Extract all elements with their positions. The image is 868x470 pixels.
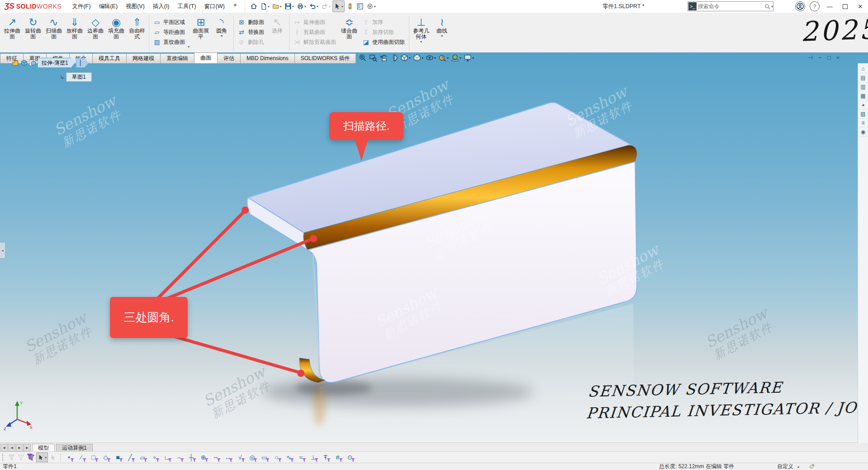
knit-surface-button[interactable]: ≎ 缝合曲面 [339, 14, 360, 53]
save-button[interactable]: ▾ [284, 1, 295, 12]
previous-view-icon[interactable] [379, 53, 388, 62]
menu-view[interactable]: 视图(V) [122, 0, 149, 13]
doc-minimize-icon[interactable]: − [818, 53, 822, 62]
filter-sketch-segments[interactable]: ⌢ [173, 453, 185, 462]
filter-sketches[interactable]: ∟ [161, 453, 173, 462]
filled-surface-button[interactable]: ◉ 填充曲面 [106, 14, 127, 53]
filter-connection-points[interactable]: ⊙ [344, 453, 356, 462]
swept-surface-button[interactable]: ∿ 扫描曲面 [43, 14, 64, 53]
tab-solidworks-addins[interactable]: SOLIDWORKS 插件 [294, 53, 356, 63]
filter-weld-symbols[interactable]: ∿ [283, 453, 295, 462]
filter-cosmetic-threads[interactable]: Ŧ [319, 453, 332, 462]
toolbar-grip[interactable] [2, 454, 5, 461]
pin-menu-icon[interactable] [232, 2, 237, 10]
tab-mesh-modeling[interactable]: 网格建模 [126, 53, 161, 63]
lofted-surface-button[interactable]: ⇓ 放样曲面 [64, 14, 85, 53]
new-document-button[interactable]: ▾ [259, 1, 270, 12]
filter-sketch-points[interactable]: ∘ [148, 453, 161, 462]
thicken-button[interactable]: ⇧ 加厚 [360, 17, 408, 27]
breadcrumb-sketch[interactable]: 草图1 [66, 72, 92, 82]
display-states-button[interactable] [356, 1, 365, 12]
extruded-surface-button[interactable]: ↗ 拉伸曲面 [2, 14, 23, 53]
toggle-selection-filters-icon[interactable] [26, 453, 35, 462]
filter-edges[interactable]: ∕ [75, 453, 87, 462]
options-gear-button[interactable]: ▾ [365, 1, 377, 12]
taskpane-custom-properties-icon[interactable]: ≡ [859, 118, 868, 127]
cut-with-surface-button[interactable]: ◪ 使用曲面切除 [360, 37, 408, 47]
taskpane-scenes-icon[interactable]: ▧ [859, 109, 868, 118]
untrim-surface-button[interactable]: ⋊ 解除剪裁曲面 [291, 37, 339, 47]
taskpane-view-palette-icon[interactable]: ▦ [859, 91, 868, 100]
menu-edit[interactable]: 编辑(E) [95, 0, 122, 13]
filter-axes[interactable]: ╱ [124, 453, 136, 462]
filter-surface-finish-symbols[interactable]: √ [234, 453, 246, 462]
filter-surface-bodies[interactable]: ◇ [100, 453, 112, 462]
help-button[interactable]: ? [810, 1, 820, 11]
print-button[interactable]: ▾ [296, 1, 307, 12]
filter-midpoints[interactable]: ┼ [185, 453, 197, 462]
menu-file[interactable]: 文件(F) [68, 0, 95, 13]
hide-show-items-icon[interactable]: ▾ [425, 53, 436, 62]
status-custom-caret[interactable]: ▴ [797, 463, 799, 470]
tab-evaluate[interactable]: 评估 [217, 53, 241, 63]
filter-weld-beads[interactable]: ≈ [295, 453, 307, 462]
filter-center-marks[interactable]: ⊕ [197, 453, 209, 462]
doc-close-icon[interactable]: × [836, 53, 840, 62]
graphics-area[interactable]: Y Z X Senshow新思诺软件 Senshow新思诺软件 Senshow新… [0, 52, 868, 443]
breadcrumb-feature[interactable]: 拉伸-薄壁1 [38, 58, 75, 68]
doc-restore-icon[interactable]: □ [827, 53, 831, 62]
taskpane-appearances-icon[interactable]: ◕ [859, 100, 868, 109]
fillet-button[interactable]: ◝ 圆角 ▾ [211, 14, 232, 53]
select-cursor-button[interactable]: ▾ [36, 452, 48, 462]
close-button[interactable]: ✕ [853, 0, 868, 13]
clear-filter-icon[interactable] [7, 453, 16, 462]
performance-evaluation-button[interactable] [346, 1, 355, 12]
ruled-surface-caret[interactable]: ▾ [188, 45, 190, 49]
feature-icon[interactable] [29, 59, 37, 67]
filter-vertices[interactable]: • [63, 453, 75, 462]
tab-motion-study-1[interactable]: 运动算例1 [56, 444, 93, 451]
search-icon[interactable] [764, 3, 771, 10]
curves-button[interactable]: ≀ 曲线 ▾ [432, 14, 452, 53]
tab-mold-tools[interactable]: 模具工具 [92, 53, 127, 63]
apply-scene-icon[interactable]: ▾ [451, 53, 462, 62]
minimize-button[interactable]: — [822, 0, 837, 13]
tab-scroll-last-button[interactable]: ▶ [24, 444, 31, 451]
menu-window[interactable]: 窗口(W) [200, 0, 229, 13]
undo-button[interactable]: ▾ [308, 1, 319, 12]
taskpane-forum-icon[interactable]: ◉ [859, 127, 868, 136]
menu-insert[interactable]: 插入(I) [149, 0, 174, 13]
redo-button[interactable]: ▾ [320, 1, 332, 12]
filter-balloons[interactable]: ○ [270, 453, 283, 462]
delete-hole-button[interactable]: ⊘ 删除孔 [235, 37, 267, 47]
home-button[interactable] [249, 1, 258, 12]
tab-scroll-prev-button[interactable]: ◀ [8, 444, 15, 451]
thickened-cut-button[interactable]: ⇩ 加厚切除 [360, 27, 408, 37]
replace-face-button[interactable]: ⇄ 替换面 [235, 27, 267, 37]
edit-appearance-icon[interactable]: ▾ [438, 53, 449, 62]
view-orientation-icon[interactable]: ▾ [400, 53, 411, 62]
ruled-surface-button[interactable]: ▨ 直纹曲面 [151, 37, 188, 47]
solid-body-icon[interactable] [20, 59, 28, 67]
panel-expand-tab[interactable]: ◂ [0, 242, 5, 258]
delete-face-button[interactable]: ⊠ 删除面 [235, 17, 267, 27]
search-input[interactable] [697, 3, 764, 10]
taskpane-file-explorer-icon[interactable]: ▥ [859, 82, 868, 91]
tab-scroll-first-button[interactable]: ◀ [0, 444, 8, 451]
status-custom-dropdown[interactable]: 自定义 [777, 463, 793, 470]
view-settings-icon[interactable]: ▾ [463, 53, 474, 62]
trim-surface-button[interactable]: ∤ 剪裁曲面 [291, 27, 339, 37]
zoom-to-fit-icon[interactable] [358, 53, 367, 62]
boundary-surface-button[interactable]: ◇ 边界曲面 [85, 14, 106, 53]
breadcrumb-cursor-slot[interactable]: ▏ [76, 58, 89, 68]
open-document-button[interactable]: ▾ [271, 1, 283, 12]
select-button[interactable]: ↖ 选择 [267, 14, 288, 53]
search-scope-caret[interactable]: ▾ [771, 5, 773, 9]
select-tool-button[interactable]: ▾ [332, 0, 345, 12]
menu-tools[interactable]: 工具(T) [174, 0, 200, 13]
tab-direct-editing[interactable]: 直接编辑 [160, 53, 194, 63]
user-account-icon[interactable] [795, 1, 805, 11]
part-icon[interactable] [12, 59, 19, 67]
tab-mbd-dimensions[interactable]: MBD Dimensions [240, 53, 295, 63]
section-view-icon[interactable] [389, 53, 398, 62]
